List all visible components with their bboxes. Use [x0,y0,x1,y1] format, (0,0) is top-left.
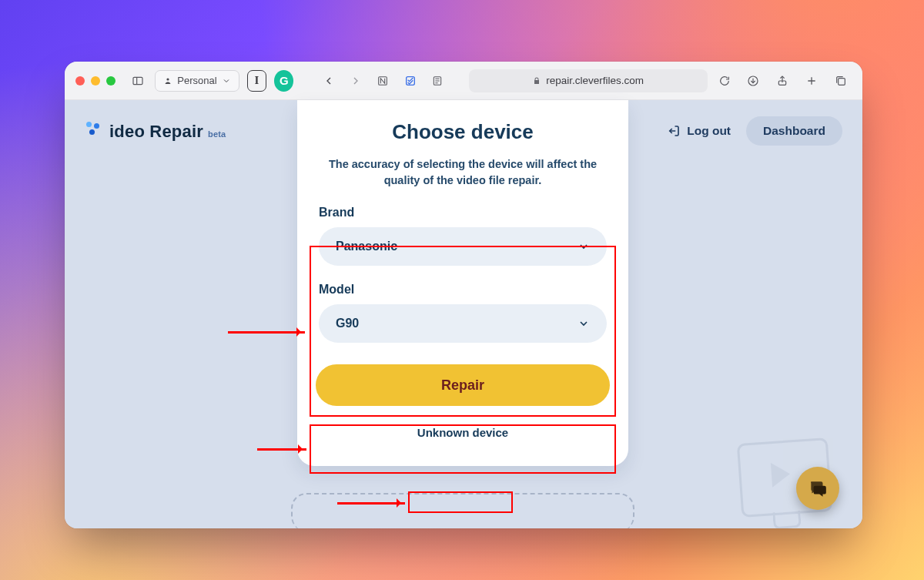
tab-overview-button[interactable] [830,70,852,92]
repair-button[interactable]: Repair [316,364,610,406]
model-field: Model G90 [316,283,610,343]
svg-point-2 [167,78,169,80]
dropzone-outline [291,493,634,528]
lock-icon [532,76,541,85]
logo-mark-icon [85,122,106,139]
downloads-button[interactable] [742,70,764,92]
minimize-window-button[interactable] [91,76,100,85]
new-tab-button[interactable] [801,70,822,92]
model-label: Model [319,283,607,297]
annotation-arrow-fields [228,331,305,334]
extension-instapaper-icon[interactable]: I [247,70,267,92]
logo-badge: beta [208,129,226,139]
browser-toolbar: Personal I G repair.c [65,62,862,100]
nav-back-button[interactable] [319,70,338,92]
repair-label: Repair [441,377,484,394]
profile-switcher[interactable]: Personal [155,70,239,92]
extension-grammarly-icon[interactable]: G [274,70,293,92]
chat-fab-button[interactable] [796,467,839,510]
address-host: repair.cleverfiles.com [546,75,644,86]
dashboard-button[interactable]: Dashboard [746,116,842,146]
logout-label: Log out [687,124,731,138]
logo-text: ideo Repair [109,122,203,142]
dashboard-label: Dashboard [763,124,825,137]
brand-label: Brand [319,206,607,220]
logout-button[interactable]: Log out [667,124,731,138]
app-logo[interactable]: ideo Repair beta [85,120,226,142]
brand-field: Brand Panasonic [316,206,610,266]
nav-forward-button[interactable] [346,70,365,92]
window-controls [75,76,116,85]
svg-rect-0 [133,77,142,84]
extension-notion-icon[interactable] [373,70,393,92]
address-bar[interactable]: repair.cleverfiles.com [469,69,708,92]
reload-button[interactable] [715,70,735,92]
desktop-wallpaper: Personal I G repair.c [0,0,924,580]
close-window-button[interactable] [75,76,85,85]
model-value: G90 [336,317,359,330]
chevron-down-icon [578,317,590,330]
share-button[interactable] [772,70,793,92]
logout-icon [667,124,681,138]
model-select[interactable]: G90 [319,304,607,343]
svg-rect-14 [839,78,845,85]
sidebar-toggle-button[interactable] [128,70,147,92]
brand-select[interactable]: Panasonic [319,227,607,266]
extension-todoist-icon[interactable] [400,70,420,92]
maximize-window-button[interactable] [106,76,116,85]
reader-mode-button[interactable] [427,70,447,92]
profile-label: Personal [177,75,216,86]
choose-device-card: Choose device The accuracy of selecting … [297,100,628,466]
card-note: The accuracy of selecting the device wil… [316,156,610,189]
card-title: Choose device [316,120,610,144]
page-content: ideo Repair beta Log out Dashboard [65,100,862,528]
unknown-device-label: Unknown device [417,426,508,439]
chevron-down-icon [578,240,590,253]
unknown-device-link[interactable]: Unknown device [417,426,508,439]
browser-window: Personal I G repair.c [65,62,862,528]
chat-icon [808,478,828,498]
brand-value: Panasonic [336,240,397,253]
